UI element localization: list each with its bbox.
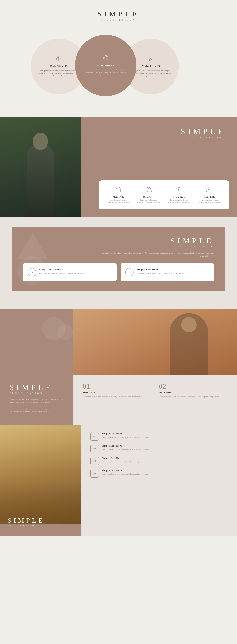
- slide-4-photo: [73, 309, 237, 374]
- svg-point-7: [147, 188, 149, 189]
- circle-2: Main Title 02 Lorem ipsum dolor sit amet…: [75, 35, 136, 96]
- item-3-text: Lorem ipsum dolor sit amet, consect etur…: [102, 461, 149, 463]
- item-4-title: Simple Text Here: [102, 469, 149, 472]
- slide-4-desc: Lorem ipsum dolor sit amet, consectetuer…: [10, 398, 63, 404]
- card-1-text: Lorem ipsum dolor sit amet, consect etur…: [39, 272, 87, 275]
- circle-3-title: Main Title 03: [142, 65, 160, 68]
- slide-1-header: SIMPLE PRESENTATION: [15, 10, 222, 21]
- slide-2-title-block: SIMPLE PRESENTATION: [181, 127, 225, 139]
- add-user-icon: [206, 186, 212, 194]
- slide-5-item-1: 01 Simple Text Here Lorem ipsum dolor si…: [90, 432, 227, 441]
- item-1-text: Lorem ipsum dolor sit amet, consect etur…: [102, 436, 149, 438]
- item-2-text: Lorem ipsum dolor sit amet, consect etur…: [102, 448, 149, 451]
- card-2-title: Simple Text Here: [137, 268, 184, 271]
- item-2-title: Simple Text Here: [102, 444, 149, 448]
- item-4-content: Simple Text Here Lorem ipsum dolor sit a…: [102, 469, 149, 476]
- item-2-content: Simple Text Here Lorem ipsum dolor sit a…: [102, 444, 149, 451]
- card-1-content: Simple Text Here Lorem ipsum dolor sit a…: [39, 268, 87, 275]
- slide-3-title: SIMPLE: [23, 236, 214, 246]
- slide-4: SIMPLE PRESENTATION Lorem ipsum dolor si…: [0, 309, 237, 424]
- slide-2: SIMPLE PRESENTATION Main: [0, 117, 237, 217]
- slide-2-subtitle: PRESENTATION: [181, 136, 225, 139]
- slide-5-item-2: 02 Simple Text Here Lorem ipsum dolor si…: [90, 444, 227, 453]
- slide-5-title: SIMPLE: [8, 517, 45, 524]
- slide-5-logo: SIMPLE PRESENTATION: [8, 517, 45, 526]
- svg-point-11: [181, 189, 181, 190]
- info-col-3-text: Lorem ipsum dolor sit amet, consectetur …: [167, 199, 191, 204]
- globe-icon: [103, 55, 109, 62]
- slide-5-item-3: 03 Simple Text Here Lorem ipsum dolor si…: [90, 457, 227, 465]
- slide-4-subtitle: PRESENTATION: [10, 392, 63, 394]
- slide-2-photo: [0, 117, 81, 217]
- item-1-text: Lorem ipsum dolor sit amet, con sectetue…: [83, 396, 151, 398]
- item-3-num-box: 03: [90, 457, 99, 465]
- info-card: Main Title Lorem ipsum dolor sit amet, c…: [99, 180, 229, 210]
- info-col-3-title: Main Title: [173, 196, 185, 198]
- circle-2-title: Main Title 02: [97, 64, 114, 67]
- info-col-2-text: Lorem ipsum dolor sit amet, consectetur …: [137, 199, 161, 204]
- slide-5: SIMPLE PRESENTATION 01 Simple Text Here …: [0, 424, 237, 536]
- card-2-num: 02: [125, 268, 134, 276]
- people-icon: [145, 186, 152, 194]
- slide-4-right: 01 Main Title Lorem ipsum dolor sit amet…: [73, 309, 237, 424]
- triangle-decoration: [17, 232, 48, 260]
- slide-4-left: SIMPLE PRESENTATION Lorem ipsum dolor si…: [0, 309, 73, 424]
- card-2-content: Simple Text Here Lorem ipsum dolor sit a…: [137, 268, 184, 275]
- leaf-icon: [148, 56, 154, 63]
- camera-icon: [176, 186, 182, 194]
- info-col-4-text: Lorem ipsum dolor sit amet, consectetur …: [197, 199, 222, 204]
- circle-1-text: Lorem ipsum dolor sit amet, conse ctetue…: [39, 70, 79, 78]
- slide-3-card-2: 02 Simple Text Here Lorem ipsum dolor si…: [121, 264, 214, 281]
- bank-icon: [115, 186, 122, 194]
- info-col-2-title: Main Title: [143, 196, 155, 198]
- item-1-content: Simple Text Here Lorem ipsum dolor sit a…: [102, 432, 149, 438]
- item-3-title: Simple Text Here: [102, 457, 149, 460]
- slide-3-inner: SIMPLE PRESENTATION Lorem ipsum dolor si…: [12, 227, 225, 291]
- slide-5-subtitle: PRESENTATION: [8, 524, 45, 526]
- slide-1-subtitle: PRESENTATION: [15, 18, 222, 21]
- slide-4-item-1: 01 Main Title Lorem ipsum dolor sit amet…: [83, 382, 151, 417]
- item-1-title: Simple Text Here: [102, 432, 149, 435]
- slide-2-content: SIMPLE PRESENTATION Main: [81, 117, 237, 217]
- slide-5-left: SIMPLE PRESENTATION: [0, 424, 81, 536]
- info-col-3: Main Title Lorem ipsum dolor sit amet, c…: [167, 186, 191, 204]
- item-1-num: 01: [83, 382, 151, 390]
- card-2-text: Lorem ipsum dolor sit amet, consect etur…: [137, 272, 184, 275]
- item-3-content: Simple Text Here Lorem ipsum dolor sit a…: [102, 457, 149, 463]
- slide-4-item-2: 02 Main Title Lorem ipsum dolor sit amet…: [159, 382, 227, 417]
- info-col-2: Main Title Lorem ipsum dolor sit amet, c…: [137, 186, 161, 204]
- slide-4-extra: purus lectus malesuada libero, sit amet …: [10, 408, 63, 413]
- svg-point-12: [208, 188, 210, 190]
- deco-circle-2: [58, 325, 73, 340]
- megaphone-icon: [56, 56, 62, 63]
- circles-container: Main Title 01 Lorem ipsum dolor sit amet…: [15, 33, 222, 106]
- item-1-title: Main Title: [83, 391, 151, 394]
- circle-2-text: Lorem ipsum dolor sit amet, conse ctetue…: [84, 69, 128, 76]
- slide-4-title: SIMPLE: [10, 383, 63, 392]
- info-col-4: Main Title Lorem ipsum dolor sit amet, c…: [197, 186, 222, 204]
- slide-3-subtitle: PRESENTATION: [23, 246, 214, 248]
- slide-3: SIMPLE PRESENTATION Lorem ipsum dolor si…: [0, 217, 237, 309]
- slide-4-items: 01 Main Title Lorem ipsum dolor sit amet…: [73, 374, 237, 424]
- slide-5-item-4: 04 Simple Text Here Lorem ipsum dolor si…: [90, 469, 227, 478]
- item-4-text: Lorem ipsum dolor sit amet, consect etur…: [102, 473, 149, 476]
- info-col-1: Main Title Lorem ipsum dolor sit amet, c…: [106, 186, 131, 204]
- photo-overlay: [73, 309, 237, 374]
- circle-decoration: [17, 256, 46, 285]
- slide-3-title-block: SIMPLE PRESENTATION: [23, 236, 214, 248]
- circle-1-title: Main Title 01: [50, 65, 68, 68]
- item-2-num: 02: [159, 382, 227, 390]
- info-col-4-title: Main Title: [204, 196, 215, 198]
- slide-2-title: SIMPLE: [181, 127, 225, 136]
- slide-1-title: SIMPLE: [15, 10, 222, 18]
- svg-point-8: [149, 188, 150, 189]
- item-2-text: Lorem ipsum dolor sit amet, con sectetue…: [159, 396, 227, 398]
- slide-1: SIMPLE PRESENTATION Main Title 01 Lorem …: [0, 0, 237, 117]
- svg-point-10: [178, 189, 180, 191]
- item-1-num-box: 01: [90, 432, 99, 441]
- card-1-title: Simple Text Here: [39, 268, 87, 271]
- slide-3-cards: 01 Simple Text Here Lorem ipsum dolor si…: [23, 264, 214, 281]
- item-4-num-box: 04: [90, 469, 99, 478]
- slide-5-right: 01 Simple Text Here Lorem ipsum dolor si…: [81, 424, 237, 536]
- info-col-1-title: Main Title: [113, 196, 124, 198]
